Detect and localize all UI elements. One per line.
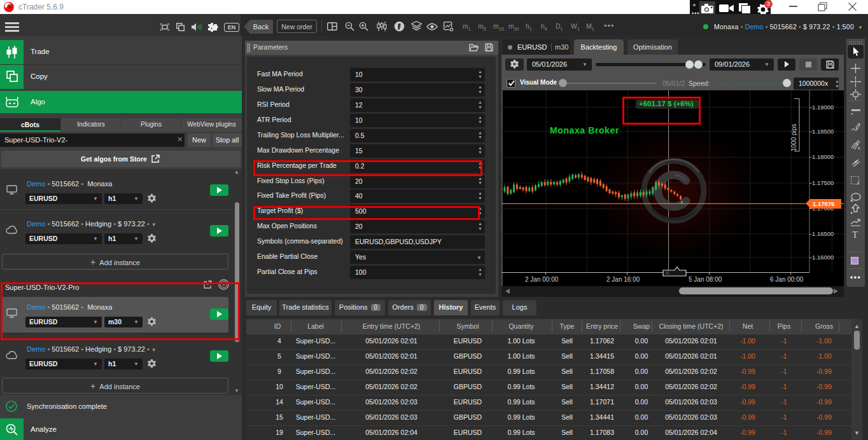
svg-text:E: E: [858, 146, 860, 150]
svg-text:1000 pips: 1000 pips: [790, 124, 797, 151]
svg-text:F: F: [857, 181, 860, 186]
